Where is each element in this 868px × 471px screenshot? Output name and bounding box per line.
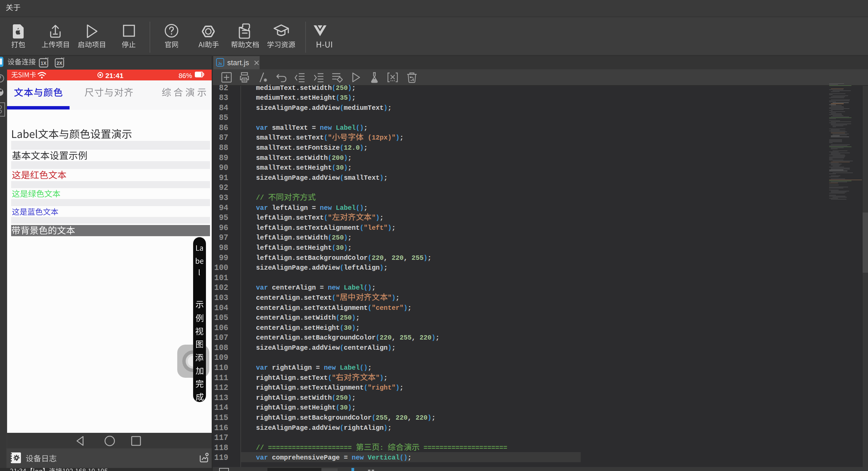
svg-text:1X: 1X: [41, 60, 47, 66]
svg-text:2X: 2X: [56, 60, 62, 66]
svg-text:Js: Js: [218, 61, 222, 66]
